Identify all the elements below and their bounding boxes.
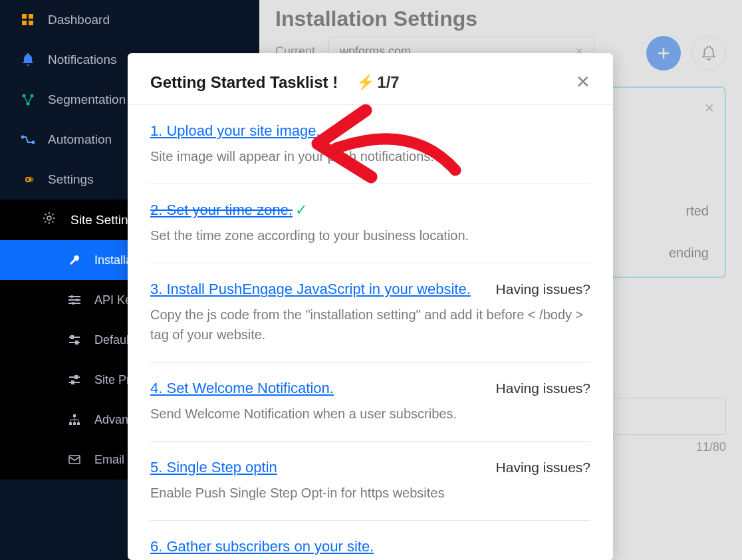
tasklist-modal: Getting Started Tasklist ! ⚡ 1/7 ✕ 1. Up… bbox=[128, 53, 613, 560]
svg-point-15 bbox=[72, 302, 74, 305]
wrench-icon bbox=[66, 252, 82, 268]
modal-header: Getting Started Tasklist ! ⚡ 1/7 ✕ bbox=[128, 53, 613, 105]
task-title-link[interactable]: 6. Gather subscribers on your site. bbox=[150, 538, 374, 555]
network-icon bbox=[20, 92, 36, 108]
sidebar-item-label: Segmentation bbox=[48, 92, 126, 107]
task-description: Set the time zone according to your busi… bbox=[150, 225, 590, 245]
having-issues-link[interactable]: Having issues? bbox=[496, 281, 590, 297]
task-item: 4. Set Welcome Notification.Having issue… bbox=[150, 362, 590, 442]
task-description: Site image will appear in your push noti… bbox=[150, 146, 590, 166]
task-description: Copy the js code from the "installation … bbox=[150, 305, 590, 345]
svg-point-6 bbox=[27, 102, 30, 106]
task-item: 5. Single Step optinHaving issues?Enable… bbox=[150, 442, 590, 521]
task-item: 6. Gather subscribers on your site.Minim… bbox=[150, 521, 590, 560]
svg-rect-17 bbox=[76, 341, 78, 344]
lightning-icon: ⚡ bbox=[356, 74, 374, 91]
sidebar-item-label: Notifications bbox=[48, 53, 117, 67]
task-count: 1/7 bbox=[377, 73, 399, 92]
svg-rect-21 bbox=[69, 422, 72, 425]
having-issues-link[interactable]: Having issues? bbox=[496, 460, 590, 476]
svg-point-7 bbox=[22, 136, 24, 138]
svg-point-13 bbox=[70, 295, 73, 298]
svg-rect-0 bbox=[22, 14, 27, 19]
tree-icon bbox=[66, 412, 82, 428]
svg-rect-2 bbox=[22, 21, 27, 25]
svg-point-14 bbox=[76, 299, 78, 301]
mail-icon bbox=[66, 452, 82, 468]
task-item: 3. Install PushEngage JavaScript in your… bbox=[150, 263, 590, 362]
modal-body: 1. Upload your site image.Site image wil… bbox=[128, 105, 613, 560]
settings-icon bbox=[66, 372, 82, 388]
svg-rect-22 bbox=[73, 422, 76, 425]
workflow-icon bbox=[20, 132, 36, 148]
checkmark-icon: ✓ bbox=[295, 202, 307, 218]
task-description: Enable Push Single Step Opt-in for https… bbox=[150, 483, 590, 503]
task-item: 1. Upload your site image.Site image wil… bbox=[150, 105, 590, 184]
task-title-link[interactable]: 3. Install PushEngage JavaScript in your… bbox=[150, 281, 471, 297]
task-title-link[interactable]: 1. Upload your site image. bbox=[150, 122, 320, 139]
adjust-icon bbox=[66, 332, 82, 348]
sidebar-item-label: Automation bbox=[48, 132, 112, 147]
svg-rect-23 bbox=[77, 422, 80, 425]
gear-icon bbox=[43, 211, 59, 228]
grid-icon bbox=[20, 12, 36, 28]
svg-rect-24 bbox=[69, 456, 80, 464]
sidebar-item-dashboard[interactable]: Dashboard bbox=[0, 0, 259, 40]
task-description: Send Welcome Notification when a user su… bbox=[150, 404, 590, 424]
task-title-link[interactable]: 4. Set Welcome Notification. bbox=[150, 380, 334, 396]
svg-point-9 bbox=[47, 216, 51, 220]
svg-rect-19 bbox=[72, 381, 74, 384]
svg-rect-1 bbox=[29, 14, 33, 19]
sidebar-item-label: Dashboard bbox=[48, 13, 110, 27]
having-issues-link[interactable]: Having issues? bbox=[496, 380, 590, 396]
svg-point-4 bbox=[23, 94, 26, 98]
svg-rect-16 bbox=[71, 336, 73, 339]
svg-rect-3 bbox=[29, 21, 33, 25]
svg-point-5 bbox=[31, 94, 34, 98]
sliders-icon bbox=[66, 292, 82, 308]
task-title-link[interactable]: 2. Set your time zone. bbox=[150, 202, 293, 218]
task-title-link[interactable]: 5. Single Step optin bbox=[150, 459, 277, 476]
modal-title: Getting Started Tasklist ! bbox=[150, 73, 338, 92]
bell-icon bbox=[20, 52, 36, 68]
svg-point-8 bbox=[33, 142, 35, 144]
svg-rect-20 bbox=[73, 414, 76, 417]
close-icon[interactable]: ✕ bbox=[576, 72, 590, 92]
task-item: 2. Set your time zone.✓Set the time zone… bbox=[150, 184, 590, 263]
svg-rect-11 bbox=[68, 299, 80, 301]
svg-rect-18 bbox=[75, 376, 77, 378]
gear-icon bbox=[20, 172, 36, 188]
svg-rect-10 bbox=[68, 296, 80, 297]
sidebar-item-label: Settings bbox=[48, 172, 94, 187]
